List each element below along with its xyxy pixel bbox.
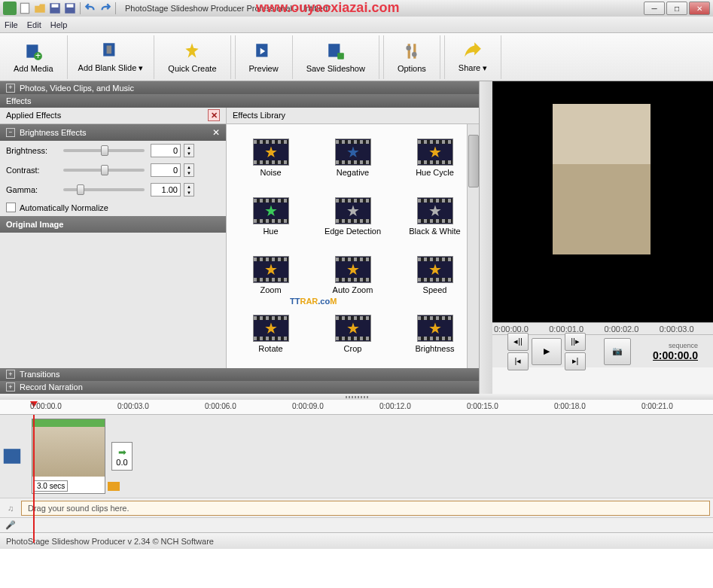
brightness-slider[interactable]	[63, 149, 145, 152]
svg-rect-5	[67, 4, 74, 8]
sequence-label: sequence	[653, 342, 698, 349]
transition-box[interactable]: ➡ 0.0	[111, 442, 133, 471]
effects-library-grid: ★Noise★Negative★Hue Cycle★Hue★Edge Detec…	[227, 124, 479, 368]
panel-splitter[interactable]	[0, 394, 713, 400]
panel-scrollbar[interactable]	[479, 81, 492, 394]
sound-drop-zone[interactable]: Drag your sound clips here.	[21, 501, 710, 516]
microphone-icon: 🎤	[0, 520, 21, 530]
brightness-effects-header[interactable]: −Brightness Effects ✕	[0, 124, 226, 141]
library-scrollbar[interactable]	[467, 124, 479, 368]
preview-image	[553, 104, 651, 254]
timeline-clip[interactable]: 3.0 secs	[32, 419, 105, 494]
effect-black-white[interactable]: ★Black & White	[394, 187, 476, 246]
auto-normalize-checkbox[interactable]	[6, 203, 16, 212]
watermark-url: www.ouyaoxiazai.com	[256, 0, 399, 16]
gamma-slider[interactable]	[63, 188, 145, 191]
section-record-narration[interactable]: +Record Narration	[0, 381, 479, 394]
open-icon[interactable]	[33, 2, 47, 15]
timeline-ruler[interactable]: 0:00:00.00:00:03.00:00:06.00:00:09.00:00…	[0, 400, 713, 415]
share-button[interactable]: Share ▾	[445, 35, 501, 79]
section-photos[interactable]: +Photos, Video Clips, and Music	[0, 81, 479, 94]
effects-library-header: Effects Library	[227, 108, 479, 124]
svg-rect-10	[107, 46, 112, 54]
brightness-input[interactable]	[151, 144, 181, 157]
svg-rect-3	[52, 4, 59, 8]
svg-point-17	[412, 52, 417, 57]
contrast-spinner[interactable]: ▲▼	[184, 163, 194, 177]
section-transitions[interactable]: +Transitions	[0, 368, 479, 381]
contrast-slider-row: Contrast: ▲▼	[0, 160, 226, 180]
preview-canvas	[492, 81, 713, 322]
redo-icon[interactable]	[99, 2, 112, 15]
menu-file[interactable]: File	[5, 20, 18, 29]
contrast-slider[interactable]	[63, 169, 145, 172]
menu-help[interactable]: Help	[50, 20, 68, 29]
applied-effects-header: Applied Effects ✕	[0, 108, 226, 124]
auto-normalize-row[interactable]: Automatically Normalize	[0, 200, 226, 216]
minimize-button[interactable]: ─	[644, 2, 665, 15]
svg-point-16	[406, 45, 411, 50]
menu-edit[interactable]: Edit	[27, 20, 41, 29]
effect-rotate[interactable]: ★Rotate	[230, 305, 312, 364]
video-track[interactable]: 3.0 secs ➡ 0.0	[0, 415, 713, 498]
next-frame-button[interactable]: ||▸	[565, 333, 586, 351]
effect-crop[interactable]: ★Crop	[312, 305, 394, 364]
effect-hue-cycle[interactable]: ★Hue Cycle	[394, 129, 476, 187]
clip-duration: 3.0 secs	[34, 480, 68, 492]
options-button[interactable]: Options	[384, 35, 440, 79]
quick-create-button[interactable]: Quick Create	[154, 35, 230, 79]
effect-noise[interactable]: ★Noise	[230, 129, 312, 187]
music-note-icon: ♫	[0, 504, 21, 513]
svg-rect-0	[3, 2, 17, 15]
effect-edge-detection[interactable]: ★Edge Detection	[312, 187, 394, 246]
gamma-spinner[interactable]: ▲▼	[184, 183, 194, 197]
play-controls: ◂|| |◂ ▶ ||▸ ▸| 📷 sequence 0:00:00.0	[492, 334, 713, 367]
contrast-input[interactable]	[151, 163, 181, 177]
applied-effects-close[interactable]: ✕	[208, 109, 220, 121]
first-frame-button[interactable]: |◂	[507, 352, 529, 370]
svg-rect-1	[20, 3, 29, 14]
play-button[interactable]: ▶	[532, 338, 562, 365]
maximize-button[interactable]: □	[666, 2, 687, 15]
effect-speed[interactable]: ★Speed	[394, 246, 476, 305]
save-slideshow-button[interactable]: Save Slideshow	[293, 35, 379, 79]
video-track-icon	[2, 415, 23, 498]
undo-icon[interactable]	[84, 2, 97, 15]
effect-negative[interactable]: ★Negative	[312, 129, 394, 187]
watermark-brand: TTRAR.coM	[290, 286, 337, 309]
brightness-effects-close[interactable]: ✕	[212, 127, 220, 138]
narration-track[interactable]: 🎤	[0, 517, 713, 532]
prev-frame-button[interactable]: ◂||	[507, 333, 529, 351]
new-icon[interactable]	[18, 2, 32, 15]
add-blank-slide-button[interactable]: Add Blank Slide ▾	[68, 35, 155, 79]
transition-arrow-icon: ➡	[118, 446, 126, 458]
main-toolbar: + Add Media Add Blank Slide ▾ Quick Crea…	[0, 33, 713, 81]
brightness-slider-row: Brightness: ▲▼	[0, 141, 226, 160]
svg-rect-18	[4, 449, 20, 464]
sequence-time: 0:00:00.0	[653, 349, 698, 361]
snapshot-button[interactable]: 📷	[604, 338, 631, 365]
preview-button[interactable]: Preview	[236, 35, 293, 79]
gamma-slider-row: Gamma: ▲▼	[0, 180, 226, 200]
playhead-line	[33, 415, 35, 543]
save-as-icon[interactable]	[63, 2, 77, 15]
add-media-button[interactable]: + Add Media	[0, 35, 68, 79]
app-icon	[3, 2, 17, 15]
brightness-spinner[interactable]: ▲▼	[184, 144, 194, 157]
effect-brightness[interactable]: ★Brightness	[394, 305, 476, 364]
original-image-header[interactable]: Original Image	[0, 216, 226, 233]
menu-bar: File Edit Help	[0, 17, 713, 33]
clip-badge	[108, 482, 120, 491]
save-icon[interactable]	[48, 2, 62, 15]
gamma-input[interactable]	[151, 183, 181, 197]
status-bar: PhotoStage Slideshow Producer v 2.34 © N…	[0, 532, 713, 549]
section-effects[interactable]: Effects	[0, 94, 479, 107]
sound-track[interactable]: ♫ Drag your sound clips here.	[0, 498, 713, 517]
close-button[interactable]: ✕	[689, 2, 710, 15]
effect-hue[interactable]: ★Hue	[230, 187, 312, 246]
svg-text:+: +	[35, 50, 41, 60]
last-frame-button[interactable]: ▸|	[565, 352, 586, 370]
svg-rect-13	[337, 53, 344, 59]
